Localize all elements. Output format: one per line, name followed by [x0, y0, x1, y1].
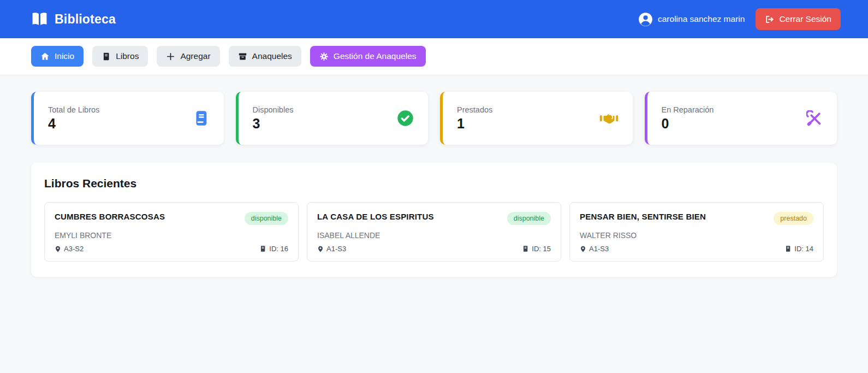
stat-value: 1 [457, 116, 492, 132]
status-badge: prestado [774, 212, 813, 225]
stat-value: 0 [662, 116, 714, 132]
location-pin-icon [317, 245, 324, 253]
book-id-icon [522, 245, 529, 252]
archive-icon [238, 52, 247, 61]
book-icon [193, 110, 210, 127]
dashboard: Total de Libros 4 Disponibles 3 [0, 75, 868, 277]
book-title: LA CASA DE LOS ESPIRITUS [317, 212, 434, 221]
book-card: PENSAR BIEN, SENTIRSE BIEN prestado WALT… [569, 202, 824, 262]
tab-label: Anaqueles [252, 51, 292, 61]
tab-label: Inicio [55, 51, 74, 61]
tab-gestion-anaqueles[interactable]: Gestión de Anaqueles [310, 46, 426, 67]
home-icon [40, 52, 50, 61]
logout-label: Cerrar Sesión [779, 14, 831, 24]
status-badge: disponible [507, 212, 551, 225]
recent-books-section: Libros Recientes CUMBRES BORRASCOSAS dis… [31, 163, 837, 277]
stat-card-total-libros: Total de Libros 4 [31, 92, 224, 145]
book-card: CUMBRES BORRASCOSAS disponible EMYLI BRO… [44, 202, 299, 262]
stat-label: Total de Libros [48, 105, 99, 114]
tab-agregar[interactable]: Agregar [157, 46, 219, 67]
main-nav: Inicio Libros Agregar Anaqueles [0, 38, 868, 75]
location-pin-icon [55, 245, 61, 253]
stats-row: Total de Libros 4 Disponibles 3 [31, 92, 837, 145]
logout-icon [765, 15, 774, 24]
stat-label: En Reparación [662, 105, 714, 114]
tab-anaqueles[interactable]: Anaqueles [229, 46, 301, 67]
book-id-icon [784, 245, 792, 252]
book-id: ID: 15 [522, 245, 551, 253]
plus-icon [166, 52, 175, 61]
book-id: ID: 14 [784, 245, 813, 253]
location-pin-icon [580, 245, 586, 253]
check-circle-icon [397, 110, 414, 127]
gear-icon [319, 52, 329, 61]
book-id: ID: 16 [259, 245, 288, 253]
tab-label: Agregar [180, 51, 210, 61]
status-badge: disponible [245, 212, 288, 225]
book-title: PENSAR BIEN, SENTIRSE BIEN [580, 212, 706, 221]
book-author: EMYLI BRONTE [55, 231, 288, 240]
book-title: CUMBRES BORRASCOSAS [55, 212, 165, 221]
logout-button[interactable]: Cerrar Sesión [756, 8, 841, 30]
book-icon [102, 52, 111, 61]
book-location: A1-S3 [317, 245, 346, 253]
stat-label: Prestados [457, 105, 492, 114]
section-title: Libros Recientes [44, 177, 824, 190]
tools-icon [806, 110, 823, 127]
book-location: A1-S3 [580, 245, 609, 253]
user-name: carolina sanchez marin [658, 14, 745, 24]
tab-label: Gestión de Anaqueles [334, 51, 417, 61]
tab-inicio[interactable]: Inicio [31, 46, 84, 67]
stat-card-en-reparacion: En Reparación 0 [645, 92, 837, 145]
tab-label: Libros [116, 51, 139, 61]
book-location: A3-S2 [55, 245, 84, 253]
top-navbar: Biblioteca carolina sanchez marin C [0, 0, 868, 38]
open-book-logo-icon [31, 12, 48, 26]
stat-card-prestados: Prestados 1 [440, 92, 633, 145]
stat-label: Disponibles [253, 105, 294, 114]
book-grid: CUMBRES BORRASCOSAS disponible EMYLI BRO… [44, 202, 824, 262]
book-author: WALTER RISSO [580, 231, 813, 240]
book-author: ISABEL ALLENDE [317, 231, 551, 240]
user-avatar-icon [638, 12, 653, 27]
stat-value: 4 [48, 116, 99, 132]
brand-name: Biblioteca [55, 12, 116, 27]
book-id-icon [259, 245, 266, 252]
book-card: LA CASA DE LOS ESPIRITUS disponible ISAB… [307, 202, 561, 262]
handshake-icon [599, 111, 619, 125]
stat-value: 3 [253, 116, 294, 132]
tab-libros[interactable]: Libros [92, 46, 148, 67]
stat-card-disponibles: Disponibles 3 [236, 92, 429, 145]
user-info: carolina sanchez marin [638, 12, 745, 27]
brand[interactable]: Biblioteca [31, 12, 116, 27]
